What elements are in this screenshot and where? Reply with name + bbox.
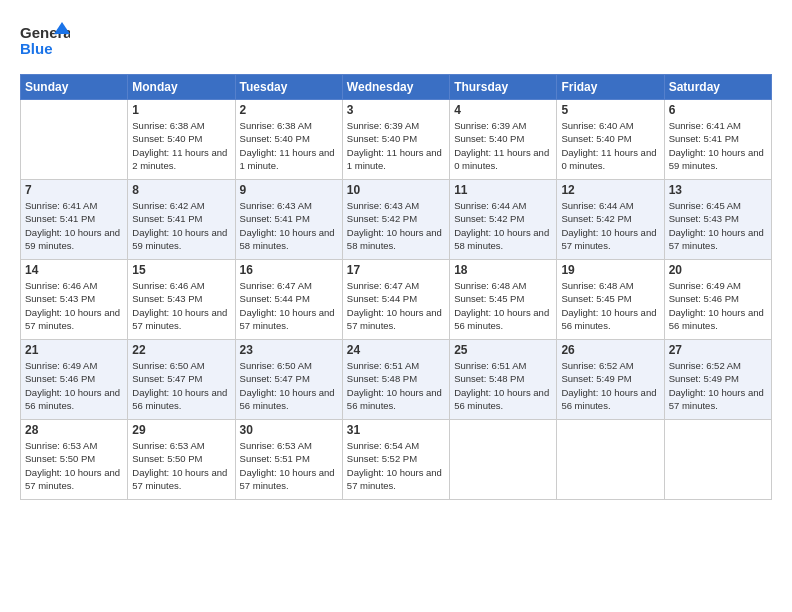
cell-info: Sunrise: 6:42 AMSunset: 5:41 PMDaylight:… [132,199,230,252]
day-number: 7 [25,183,123,197]
cell-info: Sunrise: 6:46 AMSunset: 5:43 PMDaylight:… [132,279,230,332]
cell-info: Sunrise: 6:51 AMSunset: 5:48 PMDaylight:… [454,359,552,412]
calendar-cell: 8Sunrise: 6:42 AMSunset: 5:41 PMDaylight… [128,180,235,260]
calendar-cell: 19Sunrise: 6:48 AMSunset: 5:45 PMDayligh… [557,260,664,340]
cell-info: Sunrise: 6:52 AMSunset: 5:49 PMDaylight:… [669,359,767,412]
calendar-cell: 14Sunrise: 6:46 AMSunset: 5:43 PMDayligh… [21,260,128,340]
cell-info: Sunrise: 6:53 AMSunset: 5:50 PMDaylight:… [132,439,230,492]
day-number: 14 [25,263,123,277]
day-number: 1 [132,103,230,117]
day-number: 23 [240,343,338,357]
calendar-cell: 1Sunrise: 6:38 AMSunset: 5:40 PMDaylight… [128,100,235,180]
day-number: 12 [561,183,659,197]
cell-info: Sunrise: 6:49 AMSunset: 5:46 PMDaylight:… [669,279,767,332]
calendar-table: SundayMondayTuesdayWednesdayThursdayFrid… [20,74,772,500]
day-number: 10 [347,183,445,197]
cell-info: Sunrise: 6:38 AMSunset: 5:40 PMDaylight:… [132,119,230,172]
calendar-cell: 7Sunrise: 6:41 AMSunset: 5:41 PMDaylight… [21,180,128,260]
calendar-cell [664,420,771,500]
calendar-cell: 11Sunrise: 6:44 AMSunset: 5:42 PMDayligh… [450,180,557,260]
week-row-5: 28Sunrise: 6:53 AMSunset: 5:50 PMDayligh… [21,420,772,500]
column-header-wednesday: Wednesday [342,75,449,100]
calendar-cell: 15Sunrise: 6:46 AMSunset: 5:43 PMDayligh… [128,260,235,340]
day-number: 11 [454,183,552,197]
calendar-cell: 9Sunrise: 6:43 AMSunset: 5:41 PMDaylight… [235,180,342,260]
day-number: 31 [347,423,445,437]
day-number: 15 [132,263,230,277]
logo-icon: General Blue [20,20,70,62]
day-number: 25 [454,343,552,357]
cell-info: Sunrise: 6:50 AMSunset: 5:47 PMDaylight:… [240,359,338,412]
cell-info: Sunrise: 6:53 AMSunset: 5:50 PMDaylight:… [25,439,123,492]
cell-info: Sunrise: 6:53 AMSunset: 5:51 PMDaylight:… [240,439,338,492]
day-number: 27 [669,343,767,357]
day-number: 4 [454,103,552,117]
column-header-thursday: Thursday [450,75,557,100]
day-number: 21 [25,343,123,357]
day-number: 28 [25,423,123,437]
calendar-cell: 26Sunrise: 6:52 AMSunset: 5:49 PMDayligh… [557,340,664,420]
cell-info: Sunrise: 6:52 AMSunset: 5:49 PMDaylight:… [561,359,659,412]
calendar-cell: 2Sunrise: 6:38 AMSunset: 5:40 PMDaylight… [235,100,342,180]
cell-info: Sunrise: 6:39 AMSunset: 5:40 PMDaylight:… [454,119,552,172]
cell-info: Sunrise: 6:46 AMSunset: 5:43 PMDaylight:… [25,279,123,332]
calendar-cell: 22Sunrise: 6:50 AMSunset: 5:47 PMDayligh… [128,340,235,420]
cell-info: Sunrise: 6:48 AMSunset: 5:45 PMDaylight:… [454,279,552,332]
cell-info: Sunrise: 6:44 AMSunset: 5:42 PMDaylight:… [454,199,552,252]
cell-info: Sunrise: 6:47 AMSunset: 5:44 PMDaylight:… [240,279,338,332]
calendar-cell [21,100,128,180]
cell-info: Sunrise: 6:39 AMSunset: 5:40 PMDaylight:… [347,119,445,172]
cell-info: Sunrise: 6:38 AMSunset: 5:40 PMDaylight:… [240,119,338,172]
calendar-cell: 3Sunrise: 6:39 AMSunset: 5:40 PMDaylight… [342,100,449,180]
day-number: 26 [561,343,659,357]
header: General Blue [20,16,772,66]
column-header-friday: Friday [557,75,664,100]
calendar-cell [557,420,664,500]
cell-info: Sunrise: 6:49 AMSunset: 5:46 PMDaylight:… [25,359,123,412]
cell-info: Sunrise: 6:54 AMSunset: 5:52 PMDaylight:… [347,439,445,492]
cell-info: Sunrise: 6:45 AMSunset: 5:43 PMDaylight:… [669,199,767,252]
calendar-cell: 16Sunrise: 6:47 AMSunset: 5:44 PMDayligh… [235,260,342,340]
calendar-cell: 18Sunrise: 6:48 AMSunset: 5:45 PMDayligh… [450,260,557,340]
day-number: 20 [669,263,767,277]
calendar-cell: 23Sunrise: 6:50 AMSunset: 5:47 PMDayligh… [235,340,342,420]
week-row-4: 21Sunrise: 6:49 AMSunset: 5:46 PMDayligh… [21,340,772,420]
calendar-cell: 13Sunrise: 6:45 AMSunset: 5:43 PMDayligh… [664,180,771,260]
day-number: 9 [240,183,338,197]
day-number: 16 [240,263,338,277]
column-header-sunday: Sunday [21,75,128,100]
calendar-cell: 29Sunrise: 6:53 AMSunset: 5:50 PMDayligh… [128,420,235,500]
day-number: 13 [669,183,767,197]
day-number: 17 [347,263,445,277]
column-header-tuesday: Tuesday [235,75,342,100]
cell-info: Sunrise: 6:51 AMSunset: 5:48 PMDaylight:… [347,359,445,412]
day-number: 2 [240,103,338,117]
cell-info: Sunrise: 6:43 AMSunset: 5:42 PMDaylight:… [347,199,445,252]
cell-info: Sunrise: 6:50 AMSunset: 5:47 PMDaylight:… [132,359,230,412]
cell-info: Sunrise: 6:47 AMSunset: 5:44 PMDaylight:… [347,279,445,332]
cell-info: Sunrise: 6:43 AMSunset: 5:41 PMDaylight:… [240,199,338,252]
day-number: 18 [454,263,552,277]
day-number: 30 [240,423,338,437]
day-number: 8 [132,183,230,197]
calendar-cell: 10Sunrise: 6:43 AMSunset: 5:42 PMDayligh… [342,180,449,260]
page-container: General Blue SundayMondayTuesdayWednesda… [0,0,792,510]
cell-info: Sunrise: 6:40 AMSunset: 5:40 PMDaylight:… [561,119,659,172]
calendar-cell: 12Sunrise: 6:44 AMSunset: 5:42 PMDayligh… [557,180,664,260]
calendar-cell: 17Sunrise: 6:47 AMSunset: 5:44 PMDayligh… [342,260,449,340]
calendar-cell [450,420,557,500]
calendar-cell: 6Sunrise: 6:41 AMSunset: 5:41 PMDaylight… [664,100,771,180]
cell-info: Sunrise: 6:41 AMSunset: 5:41 PMDaylight:… [25,199,123,252]
calendar-cell: 27Sunrise: 6:52 AMSunset: 5:49 PMDayligh… [664,340,771,420]
calendar-cell: 20Sunrise: 6:49 AMSunset: 5:46 PMDayligh… [664,260,771,340]
svg-text:Blue: Blue [20,40,53,57]
day-number: 22 [132,343,230,357]
calendar-cell: 28Sunrise: 6:53 AMSunset: 5:50 PMDayligh… [21,420,128,500]
column-header-saturday: Saturday [664,75,771,100]
header-row: SundayMondayTuesdayWednesdayThursdayFrid… [21,75,772,100]
cell-info: Sunrise: 6:48 AMSunset: 5:45 PMDaylight:… [561,279,659,332]
day-number: 3 [347,103,445,117]
calendar-cell: 5Sunrise: 6:40 AMSunset: 5:40 PMDaylight… [557,100,664,180]
calendar-cell: 24Sunrise: 6:51 AMSunset: 5:48 PMDayligh… [342,340,449,420]
calendar-cell: 30Sunrise: 6:53 AMSunset: 5:51 PMDayligh… [235,420,342,500]
